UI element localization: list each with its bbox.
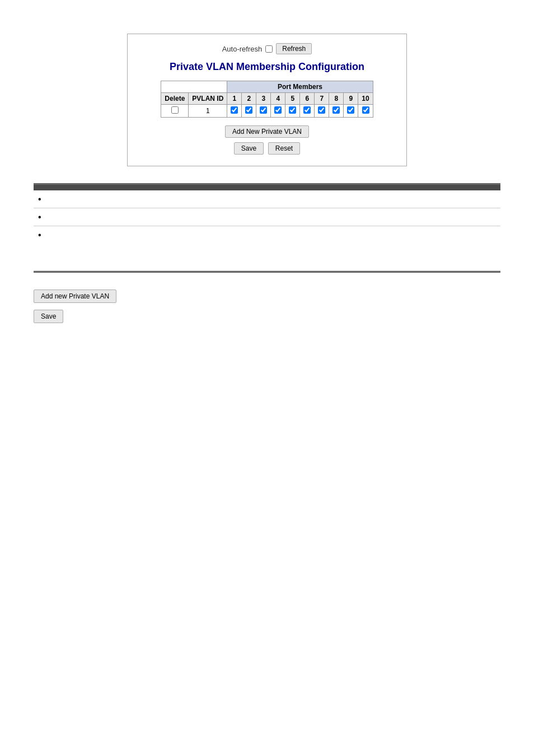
autorefresh-label: Auto-refresh xyxy=(222,45,263,53)
delete-checkbox-row1[interactable] xyxy=(171,106,179,114)
port-5-checkbox[interactable] xyxy=(289,106,296,114)
port-9-checkbox[interactable] xyxy=(347,106,354,114)
col-port-10: 10 xyxy=(358,93,373,105)
autorefresh-checkbox[interactable] xyxy=(265,45,273,53)
add-new-pvlan-button[interactable]: Add New Private VLAN xyxy=(225,125,309,138)
bottom-buttons: Add new Private VLAN Save xyxy=(34,290,500,326)
bullet-icon-3: • xyxy=(38,230,41,240)
info-row3-col2 xyxy=(123,226,500,271)
port-10-checkbox[interactable] xyxy=(362,106,369,114)
port-4-checkbox[interactable] xyxy=(274,106,282,114)
info-row-3: • xyxy=(34,226,500,271)
col-port-7: 7 xyxy=(315,93,329,105)
bottom-buttons-row: Add new Private VLAN Save xyxy=(34,290,500,326)
save-button[interactable]: Save xyxy=(234,142,264,155)
info-col-header-1 xyxy=(34,185,123,190)
info-table-wrapper: • • • xyxy=(34,183,500,273)
port-2-checkbox[interactable] xyxy=(245,106,252,114)
col-port-4: 4 xyxy=(271,93,285,105)
port-8-checkbox[interactable] xyxy=(332,106,340,114)
pvlan-id-cell: 1 xyxy=(189,105,227,118)
bottom-save-button[interactable]: Save xyxy=(34,310,63,323)
info-row2-col2 xyxy=(123,208,500,226)
refresh-button[interactable]: Refresh xyxy=(276,43,312,54)
col-port-2: 2 xyxy=(242,93,256,105)
info-row1-col1: • xyxy=(34,190,123,208)
col-delete: Delete xyxy=(161,93,189,105)
col-port-1: 1 xyxy=(227,93,242,105)
bullet-icon-1: • xyxy=(38,194,41,204)
bottom-add-pvlan-button[interactable]: Add new Private VLAN xyxy=(34,290,116,303)
col-pvlan-id: PVLAN ID xyxy=(189,93,227,105)
info-row-2: • xyxy=(34,208,500,226)
col-port-9: 9 xyxy=(344,93,358,105)
col-port-5: 5 xyxy=(285,93,300,105)
port-3-checkbox[interactable] xyxy=(260,106,267,114)
port-1-checkbox[interactable] xyxy=(231,106,238,114)
port-6-checkbox[interactable] xyxy=(303,106,311,114)
info-col-header-2 xyxy=(123,185,500,190)
port-members-header: Port Members xyxy=(227,81,373,93)
table-row: 1 xyxy=(161,105,373,118)
save-reset-row: Save Reset xyxy=(139,142,395,155)
info-row-1: • xyxy=(34,190,500,208)
info-row3-col1: • xyxy=(34,226,123,271)
col-port-8: 8 xyxy=(329,93,344,105)
reset-button[interactable]: Reset xyxy=(268,142,300,155)
add-pvlan-row: Add New Private VLAN xyxy=(139,125,395,138)
col-port-6: 6 xyxy=(300,93,315,105)
info-row2-col1: • xyxy=(34,208,123,226)
col-port-3: 3 xyxy=(256,93,271,105)
port-7-checkbox[interactable] xyxy=(318,106,325,114)
autorefresh-row: Auto-refresh Refresh xyxy=(139,43,395,54)
config-table: Port Members Delete PVLAN ID 1 2 3 4 5 6… xyxy=(161,81,373,118)
page-title: Private VLAN Membership Configuration xyxy=(139,61,395,73)
info-table: • • • xyxy=(34,185,500,271)
config-panel: Auto-refresh Refresh Private VLAN Member… xyxy=(127,34,407,166)
bullet-icon-2: • xyxy=(38,212,41,222)
info-row1-col2 xyxy=(123,190,500,208)
info-section: • • • xyxy=(34,183,500,273)
